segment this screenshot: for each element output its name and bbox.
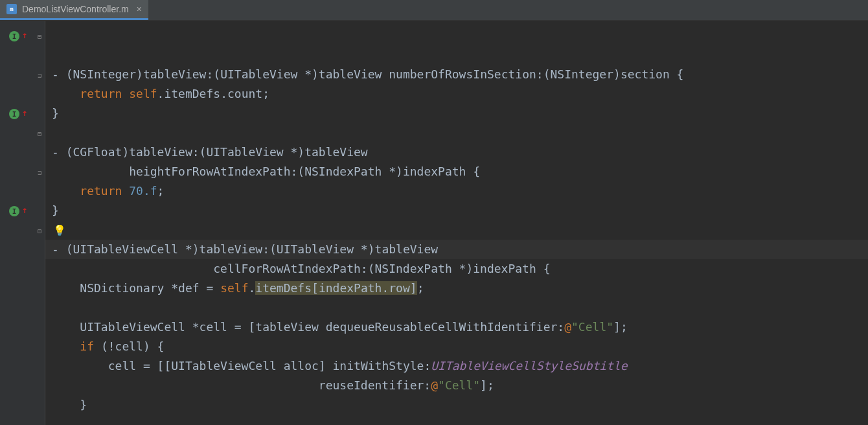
- fold-gutter: ⊟ ⊐ ⊟ ⊐ ⊟ 💡: [34, 21, 45, 425]
- code-text[interactable]: - (NSInteger)tableView:(UITableView *)ta…: [45, 65, 868, 415]
- fold-end-icon[interactable]: ⊐: [36, 71, 43, 79]
- editor: I ↑ I ↑ I ↑ ⊟ ⊐ ⊟ ⊐ ⊟ 💡 - (NSInteger)tab…: [0, 21, 868, 425]
- file-tab[interactable]: m DemoListViewController.m ×: [0, 0, 148, 20]
- fold-minus-icon[interactable]: ⊟: [36, 227, 43, 235]
- file-type-icon: m: [6, 4, 17, 14]
- tab-bar: m DemoListViewController.m ×: [0, 0, 868, 21]
- fold-minus-icon[interactable]: ⊟: [36, 130, 43, 137]
- close-icon[interactable]: ×: [137, 4, 142, 14]
- gutter: I ↑ I ↑ I ↑: [0, 21, 34, 425]
- override-arrow-icon: ↑: [22, 30, 27, 40]
- override-gutter-icon[interactable]: I: [9, 206, 19, 216]
- override-arrow-icon: ↑: [22, 108, 27, 118]
- override-gutter-icon[interactable]: I: [9, 31, 19, 41]
- code-area[interactable]: - (NSInteger)tableView:(UITableView *)ta…: [45, 21, 868, 425]
- override-arrow-icon: ↑: [22, 205, 27, 215]
- override-gutter-icon[interactable]: I: [9, 109, 19, 119]
- fold-minus-icon[interactable]: ⊟: [36, 32, 43, 40]
- file-tab-label: DemoListViewController.m: [22, 4, 129, 14]
- fold-end-icon[interactable]: ⊐: [36, 168, 43, 176]
